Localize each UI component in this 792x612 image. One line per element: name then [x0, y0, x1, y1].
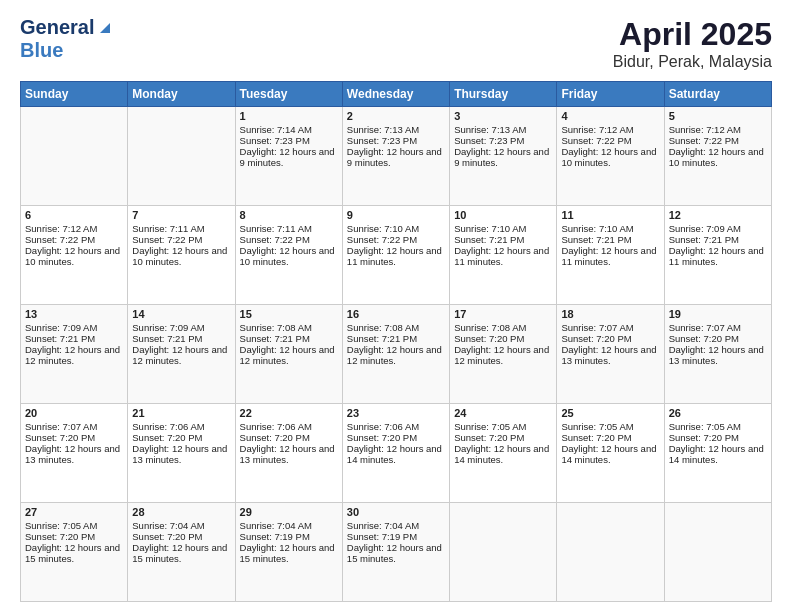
sunrise-text: Sunrise: 7:12 AM: [561, 124, 633, 135]
table-row: 4Sunrise: 7:12 AMSunset: 7:22 PMDaylight…: [557, 107, 664, 206]
daylight-text: Daylight: 12 hours and 14 minutes.: [454, 443, 549, 465]
day-number: 23: [347, 407, 445, 419]
table-row: 6Sunrise: 7:12 AMSunset: 7:22 PMDaylight…: [21, 206, 128, 305]
daylight-text: Daylight: 12 hours and 11 minutes.: [454, 245, 549, 267]
day-number: 12: [669, 209, 767, 221]
table-row: 13Sunrise: 7:09 AMSunset: 7:21 PMDayligh…: [21, 305, 128, 404]
sunrise-text: Sunrise: 7:09 AM: [25, 322, 97, 333]
sunrise-text: Sunrise: 7:09 AM: [669, 223, 741, 234]
table-row: [557, 503, 664, 602]
table-row: 7Sunrise: 7:11 AMSunset: 7:22 PMDaylight…: [128, 206, 235, 305]
sunrise-text: Sunrise: 7:11 AM: [132, 223, 204, 234]
logo-blue-text: Blue: [20, 39, 63, 61]
sunset-text: Sunset: 7:20 PM: [132, 432, 202, 443]
day-number: 20: [25, 407, 123, 419]
table-row: 3Sunrise: 7:13 AMSunset: 7:23 PMDaylight…: [450, 107, 557, 206]
sunset-text: Sunset: 7:20 PM: [454, 333, 524, 344]
day-number: 14: [132, 308, 230, 320]
sunset-text: Sunset: 7:21 PM: [669, 234, 739, 245]
table-row: 14Sunrise: 7:09 AMSunset: 7:21 PMDayligh…: [128, 305, 235, 404]
logo-general-text: General: [20, 16, 94, 39]
sunrise-text: Sunrise: 7:04 AM: [240, 520, 312, 531]
table-row: 18Sunrise: 7:07 AMSunset: 7:20 PMDayligh…: [557, 305, 664, 404]
sunset-text: Sunset: 7:21 PM: [240, 333, 310, 344]
sunrise-text: Sunrise: 7:14 AM: [240, 124, 312, 135]
sunset-text: Sunset: 7:21 PM: [25, 333, 95, 344]
svg-marker-0: [100, 23, 110, 33]
day-number: 21: [132, 407, 230, 419]
sunset-text: Sunset: 7:20 PM: [454, 432, 524, 443]
daylight-text: Daylight: 12 hours and 12 minutes.: [347, 344, 442, 366]
daylight-text: Daylight: 12 hours and 15 minutes.: [347, 542, 442, 564]
daylight-text: Daylight: 12 hours and 9 minutes.: [240, 146, 335, 168]
daylight-text: Daylight: 12 hours and 11 minutes.: [561, 245, 656, 267]
sunset-text: Sunset: 7:21 PM: [347, 333, 417, 344]
table-row: 15Sunrise: 7:08 AMSunset: 7:21 PMDayligh…: [235, 305, 342, 404]
col-sunday: Sunday: [21, 82, 128, 107]
col-monday: Monday: [128, 82, 235, 107]
day-number: 26: [669, 407, 767, 419]
table-row: 25Sunrise: 7:05 AMSunset: 7:20 PMDayligh…: [557, 404, 664, 503]
day-number: 25: [561, 407, 659, 419]
day-number: 1: [240, 110, 338, 122]
daylight-text: Daylight: 12 hours and 15 minutes.: [25, 542, 120, 564]
sunset-text: Sunset: 7:23 PM: [240, 135, 310, 146]
daylight-text: Daylight: 12 hours and 9 minutes.: [347, 146, 442, 168]
sunrise-text: Sunrise: 7:12 AM: [25, 223, 97, 234]
day-number: 11: [561, 209, 659, 221]
sunrise-text: Sunrise: 7:04 AM: [347, 520, 419, 531]
sunset-text: Sunset: 7:23 PM: [454, 135, 524, 146]
day-number: 17: [454, 308, 552, 320]
day-number: 7: [132, 209, 230, 221]
table-row: 30Sunrise: 7:04 AMSunset: 7:19 PMDayligh…: [342, 503, 449, 602]
sunrise-text: Sunrise: 7:05 AM: [454, 421, 526, 432]
sunrise-text: Sunrise: 7:10 AM: [561, 223, 633, 234]
daylight-text: Daylight: 12 hours and 10 minutes.: [132, 245, 227, 267]
sunset-text: Sunset: 7:22 PM: [25, 234, 95, 245]
sunrise-text: Sunrise: 7:09 AM: [132, 322, 204, 333]
sunrise-text: Sunrise: 7:13 AM: [454, 124, 526, 135]
sunset-text: Sunset: 7:21 PM: [561, 234, 631, 245]
daylight-text: Daylight: 12 hours and 13 minutes.: [132, 443, 227, 465]
daylight-text: Daylight: 12 hours and 14 minutes.: [669, 443, 764, 465]
col-saturday: Saturday: [664, 82, 771, 107]
sunrise-text: Sunrise: 7:10 AM: [347, 223, 419, 234]
sunrise-text: Sunrise: 7:05 AM: [669, 421, 741, 432]
day-number: 19: [669, 308, 767, 320]
daylight-text: Daylight: 12 hours and 13 minutes.: [25, 443, 120, 465]
daylight-text: Daylight: 12 hours and 10 minutes.: [561, 146, 656, 168]
sunset-text: Sunset: 7:20 PM: [25, 531, 95, 542]
sunrise-text: Sunrise: 7:06 AM: [240, 421, 312, 432]
table-row: 28Sunrise: 7:04 AMSunset: 7:20 PMDayligh…: [128, 503, 235, 602]
sunrise-text: Sunrise: 7:07 AM: [669, 322, 741, 333]
sunrise-text: Sunrise: 7:08 AM: [240, 322, 312, 333]
sunset-text: Sunset: 7:20 PM: [561, 333, 631, 344]
calendar-table: Sunday Monday Tuesday Wednesday Thursday…: [20, 81, 772, 602]
col-thursday: Thursday: [450, 82, 557, 107]
sunset-text: Sunset: 7:22 PM: [561, 135, 631, 146]
sunrise-text: Sunrise: 7:07 AM: [561, 322, 633, 333]
daylight-text: Daylight: 12 hours and 10 minutes.: [669, 146, 764, 168]
calendar-week-row: 1Sunrise: 7:14 AMSunset: 7:23 PMDaylight…: [21, 107, 772, 206]
sunrise-text: Sunrise: 7:11 AM: [240, 223, 312, 234]
day-number: 15: [240, 308, 338, 320]
calendar-week-row: 20Sunrise: 7:07 AMSunset: 7:20 PMDayligh…: [21, 404, 772, 503]
calendar-subtitle: Bidur, Perak, Malaysia: [613, 53, 772, 71]
table-row: [664, 503, 771, 602]
daylight-text: Daylight: 12 hours and 12 minutes.: [132, 344, 227, 366]
daylight-text: Daylight: 12 hours and 14 minutes.: [561, 443, 656, 465]
table-row: 2Sunrise: 7:13 AMSunset: 7:23 PMDaylight…: [342, 107, 449, 206]
day-number: 22: [240, 407, 338, 419]
daylight-text: Daylight: 12 hours and 12 minutes.: [25, 344, 120, 366]
day-number: 29: [240, 506, 338, 518]
calendar-header-row: Sunday Monday Tuesday Wednesday Thursday…: [21, 82, 772, 107]
day-number: 30: [347, 506, 445, 518]
sunset-text: Sunset: 7:20 PM: [25, 432, 95, 443]
sunrise-text: Sunrise: 7:07 AM: [25, 421, 97, 432]
daylight-text: Daylight: 12 hours and 9 minutes.: [454, 146, 549, 168]
day-number: 9: [347, 209, 445, 221]
table-row: 17Sunrise: 7:08 AMSunset: 7:20 PMDayligh…: [450, 305, 557, 404]
calendar-week-row: 27Sunrise: 7:05 AMSunset: 7:20 PMDayligh…: [21, 503, 772, 602]
table-row: 8Sunrise: 7:11 AMSunset: 7:22 PMDaylight…: [235, 206, 342, 305]
day-number: 2: [347, 110, 445, 122]
